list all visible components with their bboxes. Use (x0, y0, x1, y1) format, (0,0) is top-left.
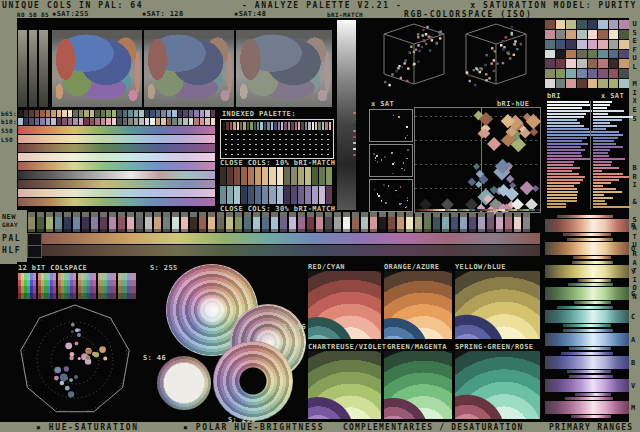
bri-bar (547, 152, 581, 154)
swatch (84, 110, 89, 117)
swatch (29, 110, 34, 117)
mini-strip (29, 30, 38, 107)
swatch (73, 110, 78, 117)
polar-circle-s46 (157, 356, 211, 410)
primary-range-band (545, 375, 629, 396)
bri-bar (547, 107, 582, 109)
palette-tube (316, 212, 323, 232)
pal-label: PAL (2, 234, 21, 243)
swatch (205, 110, 210, 117)
comp-panel-yellow-blue (455, 271, 540, 339)
swatch (145, 118, 150, 125)
palette-tube (433, 212, 440, 232)
footer-hue-saturation: ▪ HUE-SATURATION (36, 423, 139, 432)
bri-bar (547, 158, 591, 160)
swatch (139, 110, 144, 117)
swatch (254, 122, 256, 130)
mini-strips-label: R0 50 85 (17, 11, 49, 18)
xsat-label: x SAT (371, 100, 394, 108)
mix-swatch (588, 69, 598, 78)
mix-swatch (619, 79, 629, 88)
palette-tube (487, 212, 494, 232)
palette-tube (460, 212, 467, 232)
indexed-palette-frame (220, 119, 334, 159)
mix-swatch (545, 30, 555, 39)
hue-saturation-polygon (4, 300, 146, 420)
palette-tube (451, 212, 458, 232)
swatch (234, 186, 240, 204)
mix-swatch (609, 30, 619, 39)
mix-swatch (566, 40, 576, 49)
primary-ranges-letters: ROYGCABVM (629, 215, 640, 420)
palette-tube (415, 212, 422, 232)
bri-bar (593, 206, 631, 208)
palette-tube (199, 212, 206, 232)
huemap-sat255 (52, 30, 142, 107)
swatch (62, 110, 67, 117)
primary-range-letter: C (631, 313, 636, 321)
bri-bar (547, 203, 566, 205)
swatch (40, 118, 45, 125)
xsat-scatter-box (369, 179, 413, 212)
swatch (172, 110, 177, 117)
primary-range-letter: A (631, 336, 636, 344)
swatch (46, 118, 51, 125)
swatch (90, 118, 95, 125)
comp-title-yellow-blue: YELLOW/bLUE (455, 263, 506, 271)
swatch (62, 118, 67, 125)
swatch (161, 110, 166, 117)
bri-bar (593, 125, 617, 127)
bri-bar (547, 194, 577, 196)
palette-tube (28, 212, 35, 232)
primary-range-band (545, 283, 629, 304)
swatch (326, 167, 332, 185)
colspace-block (58, 273, 76, 299)
swatch (262, 167, 268, 185)
mix-swatch (577, 50, 587, 59)
primary-ranges-panel (545, 215, 629, 420)
bri-bar (547, 173, 579, 175)
palette-tube (163, 212, 170, 232)
mix-swatch (577, 30, 587, 39)
swatch (298, 122, 300, 130)
swatch (123, 110, 128, 117)
bri-bar (593, 191, 622, 193)
primary-range-band (545, 352, 629, 373)
palette-tube (253, 212, 260, 232)
swatch (322, 122, 324, 130)
palette-tube (379, 212, 386, 232)
swatch (200, 118, 205, 125)
hlf-chip (27, 245, 42, 258)
bri-bar (547, 167, 580, 169)
bri-bar (593, 194, 604, 196)
swatch (271, 122, 273, 130)
bars-divider (590, 101, 591, 209)
bri-match-strip (337, 20, 356, 210)
primary-range-band (545, 215, 629, 236)
swatch (51, 118, 56, 125)
bri-bar (547, 182, 580, 184)
mix-swatch (556, 79, 566, 88)
s50-bar (18, 126, 215, 134)
swatch (264, 122, 266, 130)
mix-swatch (577, 69, 587, 78)
swatch (189, 110, 194, 117)
mix-swatch (556, 50, 566, 59)
swatch (112, 118, 117, 125)
swatch (227, 167, 233, 185)
mix-swatch (566, 30, 576, 39)
palette-tube (82, 212, 89, 232)
swatch (329, 122, 331, 130)
palette-tube (262, 212, 269, 232)
rgb-colorspace-panel (368, 18, 540, 98)
close10-row1 (220, 167, 332, 185)
bri-bar (593, 188, 616, 190)
palette-tube (172, 212, 179, 232)
mix-swatch (556, 30, 566, 39)
app-window: UNIQUE COLS IN PAL: 64 - ANALYZE PALETTE… (0, 0, 640, 432)
bri-bar (547, 206, 566, 208)
bri-bar (593, 179, 619, 181)
palette-tube (118, 212, 125, 232)
s46-label: S: 46 (143, 354, 166, 362)
swatch (288, 122, 290, 130)
